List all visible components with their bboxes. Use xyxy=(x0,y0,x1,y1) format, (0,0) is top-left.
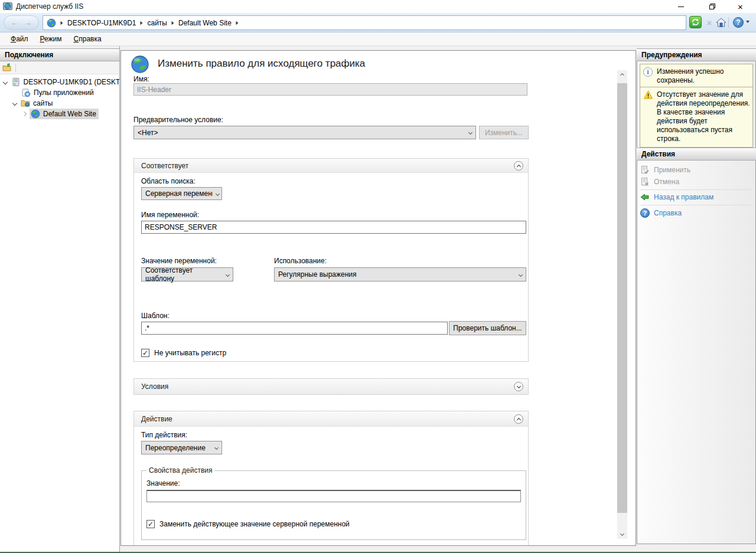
match-section: Соответствует Область поиска: Серверная … xyxy=(133,158,529,362)
toolbar-separator xyxy=(728,17,729,28)
precondition-select[interactable]: <Нет> xyxy=(133,126,476,139)
warning-alert: Отсутствует значение для действия переоп… xyxy=(640,87,753,148)
globe-icon xyxy=(47,18,56,28)
home-button[interactable] xyxy=(715,16,728,29)
home-icon xyxy=(716,17,726,28)
menu-view[interactable]: Режим xyxy=(34,33,68,45)
info-alert: i Изменения успешно сохранены. xyxy=(640,64,753,89)
sites-folder-icon xyxy=(21,99,30,108)
address-bar[interactable]: DESKTOP-U1MK9D1 сайты Default Web Site xyxy=(43,15,686,30)
action-type-select[interactable]: Переопределение xyxy=(141,441,222,454)
scrollbar-thumb[interactable] xyxy=(617,83,627,513)
connections-sidebar: Подключения DESKTOP-U1MK9D1 (DESKTOI xyxy=(0,46,120,552)
action-section-header[interactable]: Действие xyxy=(134,411,528,427)
replace-value-checkbox[interactable]: ✓ xyxy=(146,520,155,528)
tree-item-sites[interactable]: сайты xyxy=(0,98,119,109)
chevron-up-icon xyxy=(620,73,624,77)
back-arrow-icon xyxy=(640,192,650,202)
apply-icon xyxy=(640,165,650,175)
name-input xyxy=(133,83,527,96)
close-button[interactable]: × xyxy=(727,0,754,13)
back-to-rules-action[interactable]: Назад к правилам xyxy=(640,191,752,202)
variable-value-select[interactable]: Соответствует шаблону xyxy=(141,267,233,282)
expand-button[interactable] xyxy=(514,382,523,391)
breadcrumb-arrow-icon xyxy=(61,21,63,24)
address-toolbar: ← → DESKTOP-U1MK9D1 сайты Default Web Si… xyxy=(0,13,756,32)
right-panel: Предупреждения i Изменения успешно сохра… xyxy=(637,46,756,552)
action-section-title: Действие xyxy=(141,415,172,423)
conditions-section: Условия xyxy=(133,378,529,395)
breadcrumb-arrow-icon[interactable] xyxy=(236,21,238,24)
save-connection-icon[interactable] xyxy=(2,63,12,73)
help-icon: ? xyxy=(640,208,650,218)
menu-help[interactable]: Справка xyxy=(68,33,107,45)
minimize-button[interactable] xyxy=(667,0,694,13)
breadcrumb-arrow-icon[interactable] xyxy=(141,21,143,24)
tree-item-app-pools[interactable]: Пулы приложений xyxy=(0,87,119,98)
using-select[interactable]: Регулярные выражения xyxy=(274,267,526,282)
breadcrumb-site[interactable]: Default Web Site xyxy=(178,19,232,27)
match-section-header[interactable]: Соответствует xyxy=(134,159,528,173)
scroll-down-button[interactable] xyxy=(617,529,627,539)
tree-item-default-web-site[interactable]: Default Web Site xyxy=(0,109,119,119)
chevron-up-icon xyxy=(516,164,520,168)
cancel-label: Отмена xyxy=(654,178,679,186)
stop-icon: × xyxy=(707,18,712,28)
test-pattern-button[interactable]: Проверить шаблон... xyxy=(449,321,526,335)
tree-item-label: сайты xyxy=(33,99,53,107)
replace-value-row: ✓ Заменить действующее значение серверно… xyxy=(146,520,350,528)
menu-file[interactable]: Файл xyxy=(5,33,34,45)
page-title: Изменить правило для исходящего трафика xyxy=(158,58,365,70)
expander-collapsed-icon[interactable] xyxy=(22,112,27,116)
value-input[interactable] xyxy=(146,490,521,502)
collapse-button[interactable] xyxy=(514,161,523,171)
forward-icon[interactable]: → xyxy=(24,18,32,27)
nav-buttons: ← → xyxy=(4,15,39,30)
back-icon[interactable]: ← xyxy=(11,18,18,27)
action-section: Действие Тип действия: Переопределение С… xyxy=(133,411,529,546)
tree-item-server[interactable]: DESKTOP-U1MK9D1 (DESKTOI xyxy=(0,77,119,87)
tree-item-label: DESKTOP-U1MK9D1 (DESKTOI xyxy=(24,78,119,86)
stop-button: × xyxy=(703,16,716,29)
title-bar: Диспетчер служб IIS × xyxy=(0,0,756,13)
selected-tree-item: Default Web Site xyxy=(30,109,99,119)
scope-select[interactable]: Серверная переменн xyxy=(141,187,222,200)
toolbar-separator xyxy=(15,64,16,72)
chevron-down-icon xyxy=(226,272,230,276)
expander-expanded-icon[interactable] xyxy=(12,101,17,106)
pattern-input[interactable] xyxy=(141,322,448,335)
iis-manager-window: Диспетчер служб IIS × ← → DESKTOP-U1MK9D… xyxy=(0,0,756,553)
scroll-up-button[interactable] xyxy=(617,70,627,80)
breadcrumb-arrow-icon[interactable] xyxy=(171,21,174,24)
ignore-case-checkbox[interactable]: ✓ xyxy=(141,349,149,357)
breadcrumb-server[interactable]: DESKTOP-U1MK9D1 xyxy=(67,19,136,27)
warning-icon xyxy=(643,90,653,100)
connections-tree: DESKTOP-U1MK9D1 (DESKTOI Пулы приложений… xyxy=(0,74,119,552)
help-button[interactable]: ? xyxy=(732,16,745,29)
tree-item-label: Пулы приложений xyxy=(34,89,94,97)
restore-icon xyxy=(709,4,715,9)
chevron-down-icon xyxy=(216,191,220,195)
actions-separator xyxy=(640,189,751,190)
site-globe-icon xyxy=(31,109,40,119)
scope-label: Область поиска: xyxy=(141,177,195,185)
variable-name-input[interactable] xyxy=(141,221,526,234)
collapse-button[interactable] xyxy=(514,414,523,424)
precondition-value: <Нет> xyxy=(138,129,158,137)
restore-button[interactable] xyxy=(699,0,725,13)
breadcrumb-sites[interactable]: сайты xyxy=(147,19,167,27)
replace-value-label: Заменить действующее значение серверной … xyxy=(159,520,350,528)
match-section-title: Соответствует xyxy=(141,162,188,170)
action-type-label: Тип действия: xyxy=(141,431,187,439)
vertical-scrollbar[interactable] xyxy=(617,70,627,539)
value-label: Значение: xyxy=(146,479,180,487)
conditions-section-header[interactable]: Условия xyxy=(134,379,528,394)
help-action[interactable]: ? Справка xyxy=(640,207,752,218)
expander-expanded-icon[interactable] xyxy=(3,80,8,84)
tree-item-label: Default Web Site xyxy=(43,110,96,118)
refresh-button[interactable] xyxy=(689,16,702,28)
cancel-icon xyxy=(640,177,650,186)
help-dropdown-icon[interactable] xyxy=(746,21,750,23)
help-label: Справка xyxy=(654,209,682,217)
connections-header: Подключения xyxy=(0,48,119,61)
